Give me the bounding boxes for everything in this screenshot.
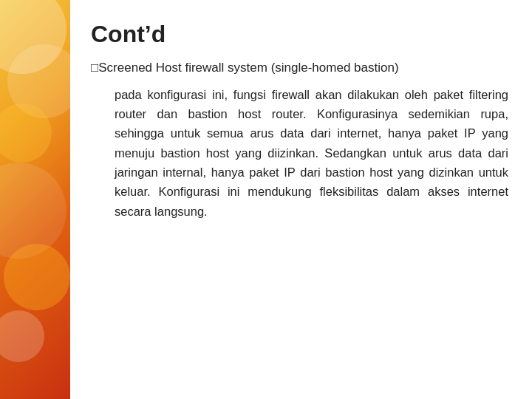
body-text: pada konfigurasi ini, fungsi firewall ak… bbox=[115, 85, 508, 222]
page-title: Cont’d bbox=[91, 21, 508, 48]
left-decoration bbox=[0, 0, 70, 399]
main-content: Cont’d □Screened Host firewall system (s… bbox=[70, 0, 532, 399]
subtitle: □Screened Host firewall system (single-h… bbox=[91, 58, 508, 78]
